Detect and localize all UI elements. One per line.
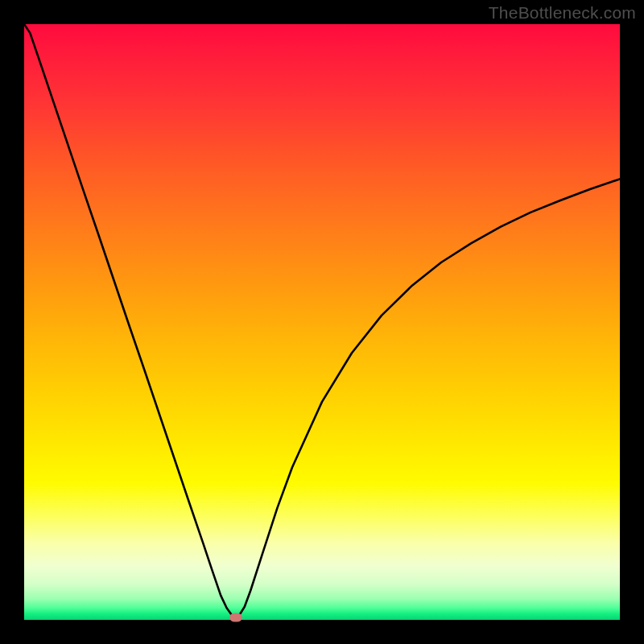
chart-frame: TheBottleneck.com bbox=[0, 0, 644, 644]
plot-area bbox=[24, 24, 620, 620]
watermark-text: TheBottleneck.com bbox=[489, 3, 636, 23]
bottleneck-curve bbox=[24, 24, 620, 620]
bottleneck-minimum-marker bbox=[229, 613, 242, 622]
